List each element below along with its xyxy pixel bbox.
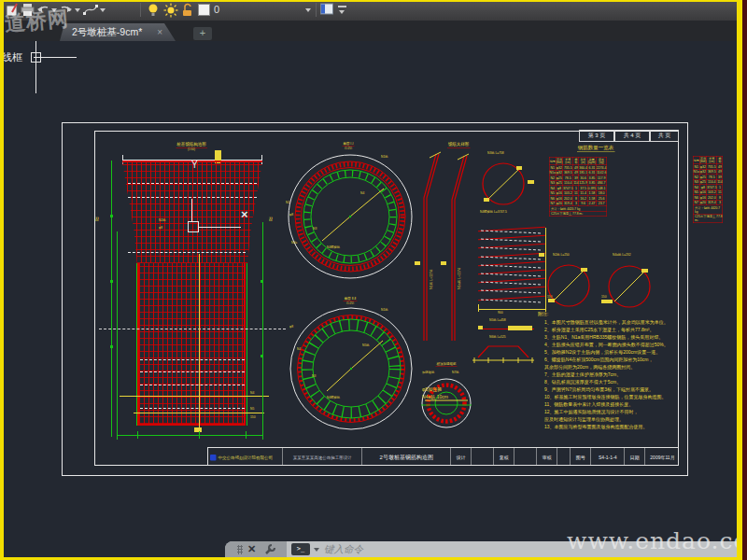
pier-shaft-hatch — [137, 263, 246, 426]
file-tab-bar: 2号墩桩基-9cm* × + — [0, 21, 747, 41]
page-cell: 共 4 页 — [614, 130, 650, 142]
toolbar-separator — [140, 3, 141, 17]
drag-grip-icon[interactable] — [237, 545, 243, 554]
rebar-label: N3 — [313, 227, 317, 230]
tab-title: 2号墩桩基-9cm* — [72, 26, 142, 37]
spiral-bar-label: N4螺旋筋 L=3747.5 — [480, 210, 507, 213]
bar-dim-label: N1筋 L=1274 — [429, 270, 433, 289]
spiral-dim-label: 900 — [498, 311, 503, 314]
selection-pickbox — [188, 221, 199, 232]
ring-sublabel: 加强箍筋 — [422, 371, 434, 373]
rebar-label: N5筋 — [362, 343, 370, 346]
redo-dropdown-caret[interactable] — [75, 8, 80, 12]
command-bar-grip-area[interactable]: ✕ — [225, 541, 287, 558]
drawing-no-value: S4-1-1-4 — [591, 448, 625, 466]
command-input[interactable]: 键入命令 — [324, 543, 363, 556]
rebar-label: N4 — [297, 347, 301, 350]
notes-block: 1、本图尺寸除钢筋直径以毫米计外，其余均以厘米为单位。2、桩身混凝土采用C25水… — [544, 318, 669, 436]
ring-note: φ8加强箍 — [422, 387, 442, 392]
field-blank — [514, 448, 537, 466]
quick-access-toolbar: 0 — [0, 0, 747, 21]
main-bar-details — [411, 151, 476, 343]
new-tab-button[interactable]: + — [193, 27, 212, 40]
n5-bar-label: N5筋 L=458 — [489, 318, 506, 321]
page-number-strip: 第 3 页 共 4 页 共 页 — [579, 130, 679, 142]
rebar-label: N3 — [312, 374, 316, 377]
drawing-title: 2号墩桩基钢筋构造图 — [362, 448, 451, 466]
n3-bar-label: N3筋 L=758 — [487, 151, 504, 154]
osnap-marker-y: Y — [191, 160, 198, 170]
quantity-table-title: 钢筋数量一览表 — [564, 143, 627, 154]
break-symbol: ≈ — [266, 217, 275, 222]
section2-drawing — [288, 305, 415, 432]
n6-bar-label: N6筋 L=525 — [489, 335, 506, 338]
rebar-label: N4a — [291, 241, 297, 244]
field-blank — [557, 448, 571, 466]
page-cell: 第 3 页 — [579, 130, 614, 142]
workspace-panel-icon[interactable] — [320, 3, 334, 20]
screen-border-left — [0, 0, 4, 560]
crosshair-vertical — [35, 41, 36, 93]
notes-heading: 附注: — [538, 312, 548, 316]
viewport-control-label[interactable]: 线框 — [2, 50, 22, 64]
rebar-label: N4螺旋筋 — [327, 396, 340, 399]
rebar-label: φ8 — [289, 213, 293, 216]
field-blank — [472, 448, 494, 466]
tab-drawing[interactable]: 2号墩桩基-9cm* × — [60, 23, 176, 41]
ring-sublabel: N7筋 — [452, 371, 459, 373]
details-title: 钢筋大样图 — [428, 139, 489, 150]
field-review: 审核 — [537, 448, 557, 466]
field-design: 设计 — [451, 448, 472, 466]
watermark-logo: 道桥网 — [4, 5, 70, 38]
rebar-quantity-table: 编号直径(mm)长度(cm)根数总长(m)单重(kg/m)质量(kg)N1φ32… — [549, 157, 646, 250]
ring-drawing — [419, 376, 473, 430]
company-name: 中交公路规划设计院有限公司 — [218, 455, 274, 461]
layer-combo-caret[interactable] — [305, 8, 311, 12]
spline-icon[interactable] — [83, 3, 99, 21]
hoop-bar-drawings — [546, 261, 656, 312]
close-command-icon[interactable]: ✕ — [247, 543, 256, 555]
unlock-icon[interactable] — [181, 3, 195, 21]
crosshair-pickbox — [31, 52, 41, 63]
elevation-title: 桩基钢筋构造图 (1:50) — [163, 139, 219, 154]
layer-combo-value[interactable]: 0 — [214, 4, 219, 15]
rebar-label: N4螺旋筋 — [327, 245, 340, 248]
section2-title: 截面 Ⅱ-Ⅱ (1:25) — [329, 293, 372, 304]
section1-drawing — [285, 151, 416, 282]
field-drawing-no: 图号 — [571, 448, 591, 466]
section1-title: 截面 Ⅰ-Ⅰ (1:25) — [330, 138, 367, 149]
company-logo — [210, 455, 217, 461]
field-check: 复核 — [494, 448, 514, 466]
toolbar-collapse-bar — [338, 6, 346, 7]
watermark-url: www.endao.com — [567, 527, 747, 554]
circle-bar-label: N2筋 L=250 — [553, 253, 570, 256]
osnap-marker-x: × — [241, 207, 248, 221]
hoop-dim-label: 150 — [547, 295, 553, 298]
lightbulb-icon[interactable] — [148, 3, 160, 21]
project-name: 某某至某某高速公路施工图设计 — [283, 448, 362, 466]
rebar-label: N1筋 — [381, 308, 388, 311]
tab-close-icon[interactable]: × — [157, 23, 162, 41]
color-swatch[interactable] — [198, 4, 210, 16]
n3-bar-drawing — [482, 161, 527, 207]
screen-border-right-edge — [742, 0, 747, 560]
screen-border-top — [0, 0, 747, 2]
recent-commands-caret[interactable] — [314, 548, 319, 552]
title-block: 中交公路规划设计院有限公司 某某至某某高速公路施工图设计 2号墩桩基钢筋构造图 … — [207, 447, 679, 466]
sun-brightness-icon[interactable] — [163, 3, 178, 21]
rebar-label: N1筋 — [381, 155, 388, 158]
page-cell: 共 页 — [650, 130, 679, 142]
ring-note: N4a筋 10cm — [422, 395, 448, 399]
spline-dropdown-caret[interactable] — [100, 8, 106, 12]
rebar-label: N2 — [286, 201, 289, 203]
rebar-label: φ8 — [289, 325, 293, 328]
break-symbol: ≈ — [92, 217, 102, 222]
customize-wrench-icon[interactable] — [263, 543, 276, 556]
date-value: 2009年11月 — [645, 448, 679, 466]
command-prompt-icon[interactable]: >_ — [291, 543, 310, 555]
toolbar-separator — [316, 3, 317, 17]
bar-dim-label: N1a筋 L=1174 — [457, 268, 461, 289]
hoop-dim-label: 150 — [601, 295, 607, 298]
rebar-label: N4 — [360, 191, 364, 194]
toolbar-more-caret[interactable] — [339, 10, 345, 14]
